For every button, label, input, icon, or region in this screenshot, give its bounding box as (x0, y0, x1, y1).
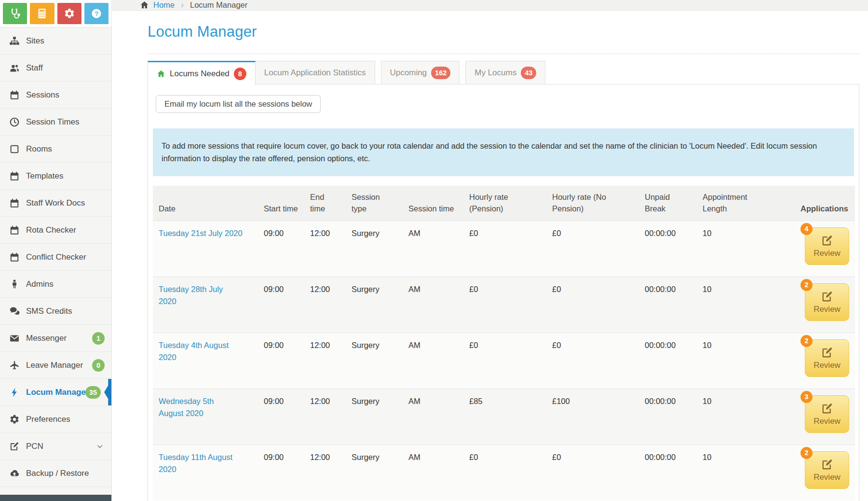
plane-icon (9, 360, 20, 371)
comments-icon (9, 306, 20, 317)
sidebar-item-admins[interactable]: Admins (0, 271, 111, 298)
pencil-square-icon (821, 402, 834, 415)
tab-my-locums[interactable]: My Locums 43 (465, 61, 545, 84)
cell-unpaid-break: 00:00:00 (639, 389, 697, 445)
breadcrumb-home-link[interactable]: Home (153, 0, 175, 10)
sidebar-item-label: PCN (26, 442, 43, 451)
sidebar-item-rota-checker[interactable]: Rota Checker (0, 217, 111, 244)
session-date-link[interactable]: Tuesday 21st July 2020 (159, 229, 243, 237)
tab-count-badge: 162 (431, 67, 450, 79)
quick-calculator-button[interactable] (30, 3, 54, 24)
sidebar-item-label: Sessions (26, 90, 59, 100)
applications-count-badge: 3 (800, 391, 813, 403)
sidebar-item-preferences[interactable]: Preferences (0, 406, 111, 433)
sidebar-item-label: SMS Credits (26, 306, 72, 316)
quick-clinical-button[interactable] (3, 3, 27, 24)
calendar-icon (9, 90, 20, 100)
review-button-label: Review (814, 473, 841, 482)
tab-count-badge: 43 (521, 67, 536, 79)
breadcrumb-separator: › (181, 0, 184, 10)
stethoscope-icon (9, 8, 21, 19)
title-separator (148, 54, 859, 54)
calendar-icon (9, 225, 20, 236)
sidebar-item-label: Session Times (26, 117, 80, 127)
cell-hourly-rate-no-pension: £0 (546, 221, 639, 277)
cell-hourly-rate-pension: £0 (463, 277, 546, 333)
applications-count-badge: 2 (800, 335, 813, 347)
sidebar-item-pcn[interactable]: PCN (0, 433, 111, 460)
email-locum-list-button[interactable]: Email my locum list all the sessions bel… (156, 95, 321, 113)
sidebar-item-sites[interactable]: Sites (0, 28, 111, 55)
session-date-link[interactable]: Tuesday 11th August 2020 (159, 453, 232, 473)
cell-start-time: 09:00 (258, 277, 304, 333)
quick-help-button[interactable]: ? (84, 3, 108, 24)
sidebar-item-label: Leave Manager (26, 361, 83, 370)
sidebar-item-label: Templates (26, 171, 63, 181)
review-button[interactable]: Review (805, 283, 849, 321)
sidebar-item-sms-credits[interactable]: SMS Credits (0, 298, 111, 325)
tab-locums-needed[interactable]: Locums Needed 8 (148, 61, 256, 85)
cell-start-time: 09:00 (258, 221, 304, 277)
quick-actions-bar: ? (0, 0, 111, 28)
review-button[interactable]: Review (805, 227, 849, 265)
sidebar-item-label: Staff (26, 63, 43, 73)
pencil-square-icon (821, 458, 834, 471)
cell-start-time: 09:00 (258, 333, 304, 389)
cell-unpaid-break: 00:00:00 (639, 333, 697, 389)
gear-icon (9, 414, 20, 425)
review-button[interactable]: Review (805, 451, 849, 489)
quick-settings-button[interactable] (57, 3, 81, 24)
review-button[interactable]: Review (805, 339, 849, 377)
sidebar-item-leave-manager[interactable]: Leave Manager 0 (0, 352, 111, 379)
cell-end-time: 12:00 (304, 277, 346, 333)
person-icon (9, 279, 20, 290)
sidebar-item-rooms[interactable]: Rooms (0, 136, 111, 163)
cell-start-time: 09:00 (258, 389, 304, 445)
sidebar-item-conflict-checker[interactable]: Conflict Checker (0, 244, 111, 271)
session-date-link[interactable]: Wednesday 5th August 2020 (159, 397, 214, 418)
sidebar-item-templates[interactable]: Templates (0, 163, 111, 190)
session-date-link[interactable]: Tuesday 28th July 2020 (159, 285, 223, 306)
sidebar-item-backup-restore[interactable]: Backup / Restore (0, 460, 111, 487)
cell-session-time: AM (403, 389, 463, 445)
sidebar: ? Sites Staff Sessions Session Times Roo… (0, 0, 112, 501)
tab-count-badge: 8 (234, 68, 246, 80)
tab-label: Locum Application Statistics (264, 68, 366, 78)
column-header-date: Date (153, 186, 258, 221)
home-icon (140, 0, 149, 10)
cell-session-type: Surgery (346, 221, 403, 277)
tab-upcoming[interactable]: Upcoming 162 (381, 61, 460, 84)
cell-session-type: Surgery (346, 277, 403, 333)
table-header-row: DateStart timeEnd timeSession typeSessio… (153, 186, 855, 221)
cell-hourly-rate-no-pension: £100 (546, 389, 639, 445)
cell-end-time: 12:00 (304, 333, 346, 389)
sidebar-item-session-times[interactable]: Session Times (0, 109, 111, 136)
review-button[interactable]: Review (805, 395, 849, 433)
review-button-label: Review (814, 305, 841, 314)
breadcrumb-current: Locum Manager (190, 0, 247, 10)
review-button-label: Review (814, 417, 841, 426)
sidebar-item-messenger[interactable]: Messenger 1 (0, 325, 111, 352)
column-header-session-time: Session time (403, 186, 463, 221)
chevron-down-icon (96, 443, 104, 450)
sidebar-item-label: Conflict Checker (26, 252, 86, 262)
sidebar-item-locum-manager[interactable]: Locum Manager 35 (0, 379, 111, 406)
cell-hourly-rate-pension: £85 (463, 389, 546, 445)
tab-label: Locums Needed (170, 69, 230, 79)
sidebar-item-sessions[interactable]: Sessions (0, 82, 111, 109)
sidebar-item-badge: 1 (92, 332, 105, 345)
applications-count-badge: 4 (800, 223, 813, 235)
review-button-label: Review (814, 361, 841, 370)
sidebar-item-staff-work-docs[interactable]: Staff Work Docs (0, 190, 111, 217)
pencil-square-icon (821, 290, 834, 303)
applications-count-badge: 2 (800, 279, 813, 291)
tab-bar: Locums Needed 8 Locum Application Statis… (148, 61, 859, 84)
column-header-unpaid-break: Unpaid Break (639, 186, 697, 221)
main-area: Home › Locum Manager Locum Manager Locum… (112, 0, 868, 501)
session-date-link[interactable]: Tuesday 4th August 2020 (159, 341, 229, 362)
tab-label: Upcoming (390, 68, 427, 78)
table-row: Tuesday 4th August 2020 09:00 12:00 Surg… (153, 333, 855, 389)
tab-locum-application-statistics[interactable]: Locum Application Statistics (256, 61, 375, 84)
sidebar-item-staff[interactable]: Staff (0, 55, 111, 82)
applications-count-badge: 2 (800, 447, 813, 459)
